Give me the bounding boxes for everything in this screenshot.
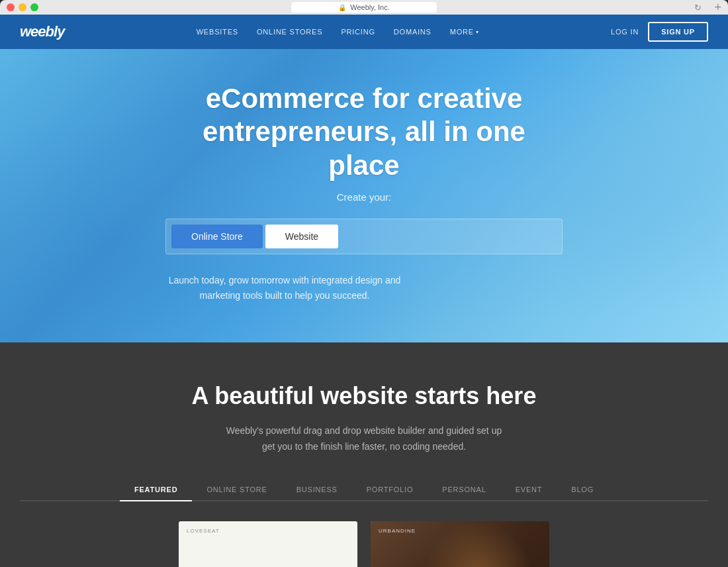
hero-subtitle: Create your:: [165, 191, 563, 203]
template-grid: LOVESEAT MODERN & ELEGANT PREMIUM COLLEC…: [20, 521, 708, 567]
signup-button[interactable]: SIGN UP: [648, 22, 708, 42]
new-tab-button[interactable]: +: [714, 1, 721, 15]
lock-icon: 🔒: [338, 4, 346, 11]
nav-websites[interactable]: WEBSITES: [197, 28, 238, 36]
maximize-button[interactable]: [30, 3, 38, 11]
online-store-toggle[interactable]: Online Store: [171, 225, 263, 248]
tab-online-store[interactable]: ONLINE STORE: [192, 479, 281, 500]
window-chrome: 🔒 Weebly, Inc. ↻ +: [0, 0, 728, 15]
login-button[interactable]: LOG IN: [611, 28, 639, 36]
main-nav: weebly WEBSITES ONLINE STORES PRICING DO…: [0, 15, 728, 49]
chevron-down-icon: ▾: [476, 29, 479, 35]
card-urbandine-title: TABLE FOR TWO: [396, 564, 523, 567]
minimize-button[interactable]: [19, 3, 26, 11]
tab-featured[interactable]: FEATURED: [120, 479, 192, 500]
tab-portfolio[interactable]: PORTFOLIO: [352, 479, 428, 500]
tab-business[interactable]: BUSINESS: [282, 479, 352, 500]
features-subtext: Weebly's powerful drag and drop website …: [225, 423, 503, 455]
address-text: Weebly, Inc.: [350, 3, 390, 11]
website-toggle[interactable]: Website: [265, 225, 338, 248]
nav-more[interactable]: MORE ▾: [450, 28, 479, 36]
nav-online-stores[interactable]: ONLINE STORES: [257, 28, 322, 36]
hero-content: eCommerce for creative entrepreneurs, al…: [165, 82, 563, 303]
template-card-urbandine[interactable]: URBANDINE TABLE FOR TWO VIEW MORE DONTE …: [371, 521, 549, 567]
browser-content: weebly WEBSITES ONLINE STORES PRICING DO…: [0, 15, 728, 567]
nav-actions: LOG IN SIGN UP: [611, 22, 708, 42]
address-bar[interactable]: 🔒 Weebly, Inc.: [291, 2, 437, 13]
reload-button[interactable]: ↻: [694, 3, 702, 13]
nav-domains[interactable]: DOMAINS: [394, 28, 432, 36]
template-tabs: FEATURED ONLINE STORE BUSINESS PORTFOLIO…: [20, 479, 708, 501]
features-section: A beautiful website starts here Weebly's…: [0, 342, 728, 567]
hero-toggle: Online Store Website: [165, 219, 563, 254]
card-urbandine-tag: URBANDINE: [379, 528, 416, 534]
hero-heading: eCommerce for creative entrepreneurs, al…: [165, 82, 563, 182]
tab-blog[interactable]: BLOG: [557, 479, 608, 500]
hero-description: Launch today, grow tomorrow with integra…: [165, 273, 404, 303]
tab-personal[interactable]: PERSONAL: [428, 479, 500, 500]
features-heading: A beautiful website starts here: [20, 382, 708, 410]
nav-links: WEBSITES ONLINE STORES PRICING DOMAINS M…: [197, 28, 479, 36]
close-button[interactable]: [7, 3, 15, 11]
nav-pricing[interactable]: PRICING: [341, 28, 375, 36]
template-card-loveseat[interactable]: LOVESEAT MODERN & ELEGANT PREMIUM COLLEC…: [179, 521, 357, 567]
card-loveseat-tag: LOVESEAT: [187, 528, 220, 534]
tab-event[interactable]: EVENT: [501, 479, 557, 500]
hero-section: eCommerce for creative entrepreneurs, al…: [0, 49, 728, 342]
site-logo[interactable]: weebly: [20, 23, 64, 40]
